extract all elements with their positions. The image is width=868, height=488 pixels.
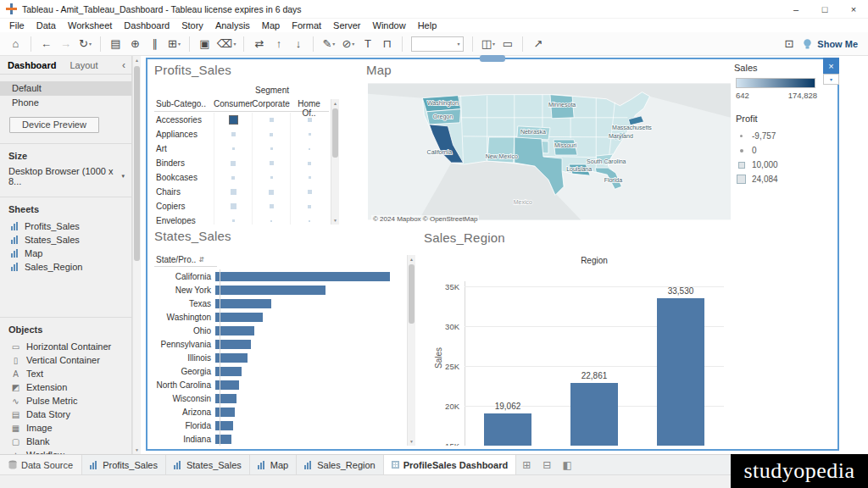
mark-square[interactable] — [230, 116, 237, 124]
highlight-icon[interactable]: ✎▾ — [320, 35, 337, 53]
sales-color-gradient[interactable] — [736, 78, 815, 88]
mark-square[interactable] — [270, 220, 272, 222]
drag-handle[interactable] — [480, 55, 505, 62]
subcategory-label[interactable]: Binders — [154, 158, 214, 168]
sheet-item-states_sales[interactable]: States_Sales — [0, 233, 131, 247]
mark-square[interactable] — [270, 133, 273, 136]
menu-dashboard[interactable]: Dashboard — [118, 20, 175, 30]
region-bar[interactable] — [657, 298, 704, 446]
object-item-blank[interactable]: ▢Blank — [0, 435, 131, 448]
menu-server[interactable]: Server — [327, 20, 366, 30]
home-icon[interactable]: ⌂ — [7, 35, 25, 53]
tab-data-source[interactable]: Data Source — [0, 455, 82, 474]
sales-bar[interactable] — [215, 394, 236, 403]
sales-bar[interactable] — [215, 272, 390, 281]
show-mark-labels-icon[interactable]: T — [359, 35, 376, 53]
scroll-up-icon[interactable]: ▲ — [408, 255, 415, 263]
sidebar-tab-layout[interactable]: Layout — [70, 60, 97, 70]
state-label[interactable]: Washington — [154, 313, 215, 322]
profit-legend-item[interactable]: 0 — [736, 143, 778, 158]
tab-profits_sales[interactable]: Profits_Sales — [82, 455, 166, 474]
state-label[interactable]: Georgia — [154, 367, 215, 376]
scrollbar-thumb[interactable] — [134, 66, 140, 261]
scroll-down-icon[interactable]: ▼ — [331, 216, 339, 225]
state-label[interactable]: Florida — [154, 421, 215, 430]
subcategory-label[interactable]: Envelopes — [154, 216, 214, 225]
states-scrollbar[interactable]: ▲ ▼ — [407, 255, 415, 446]
mark-square[interactable] — [309, 220, 310, 222]
sales-bar[interactable] — [215, 408, 235, 417]
menu-window[interactable]: Window — [367, 20, 412, 30]
fix-axes-icon[interactable]: ⊓ — [378, 35, 396, 53]
subcategory-label[interactable]: Accessories — [154, 115, 214, 125]
group-members-icon[interactable]: ⊘▾ — [339, 35, 357, 53]
segment-column-label[interactable]: Home Of.. — [290, 99, 328, 111]
menu-file[interactable]: File — [3, 20, 31, 30]
sales-bar[interactable] — [215, 299, 271, 308]
state-column-header[interactable]: State/Pro.. ⇵ — [154, 255, 217, 267]
scroll-down-icon[interactable]: ▼ — [133, 446, 141, 454]
object-item-vertical-container[interactable]: ▯Vertical Container — [0, 353, 131, 367]
object-item-data-story[interactable]: ▤Data Story — [0, 408, 131, 421]
profit-legend-item[interactable]: 10,000 — [736, 158, 778, 172]
save-icon[interactable]: ▤ — [107, 35, 125, 53]
mark-square[interactable] — [270, 147, 273, 150]
presentation-mode-icon[interactable]: ▭ — [498, 35, 516, 53]
mark-square[interactable] — [231, 189, 236, 195]
new-data-source-icon[interactable]: ⊕ — [126, 35, 144, 53]
state-label[interactable]: North Carolina — [154, 380, 215, 390]
us-map[interactable]: Washington Minnesota Oregon Massachusett… — [368, 83, 731, 220]
mark-square[interactable] — [232, 219, 235, 222]
menu-analysis[interactable]: Analysis — [209, 20, 256, 30]
sort-descending-icon[interactable]: ↓ — [289, 35, 307, 53]
subcategory-label[interactable]: Appliances — [154, 130, 214, 139]
sales-bar[interactable] — [215, 340, 251, 349]
new-story-button[interactable]: ◧ — [557, 455, 577, 474]
mark-square[interactable] — [232, 147, 235, 150]
forward-icon[interactable]: → — [57, 35, 75, 53]
mark-square[interactable] — [308, 205, 311, 208]
state-label[interactable]: Texas — [154, 299, 215, 308]
menu-worksheet[interactable]: Worksheet — [62, 20, 118, 30]
subcategory-label[interactable]: Chairs — [154, 187, 214, 197]
profits-scrollbar[interactable]: ▲ ▼ — [331, 99, 339, 225]
subcategory-label[interactable]: Copiers — [154, 202, 214, 211]
scrollbar-thumb[interactable] — [409, 264, 415, 324]
show-hide-cards-icon[interactable]: ◫▾ — [479, 35, 497, 53]
sheet-item-sales_region[interactable]: Sales_Region — [0, 260, 131, 274]
segment-column-label[interactable]: Corporate — [252, 99, 290, 111]
pause-auto-updates-icon[interactable]: ∥ — [146, 35, 164, 53]
sales-bar[interactable] — [215, 435, 231, 444]
profit-legend-item[interactable]: -9,757 — [736, 129, 778, 143]
menu-help[interactable]: Help — [412, 20, 443, 30]
sidebar-scrollbar[interactable]: ▲ ▼ — [132, 56, 141, 454]
object-item-horizontal-container[interactable]: ▭Horizontal Container — [0, 340, 131, 353]
state-label[interactable]: California — [154, 272, 215, 281]
row-header[interactable]: Sub-Catego.. — [154, 99, 214, 111]
sales-bar[interactable] — [215, 286, 326, 295]
new-worksheet-icon[interactable]: ⊞▾ — [165, 35, 183, 53]
object-item-image[interactable]: ▦Image — [0, 421, 131, 435]
scrollbar-thumb[interactable] — [332, 108, 338, 158]
sheet-item-map[interactable]: Map — [0, 247, 131, 260]
show-me-button[interactable]: Show Me — [802, 38, 861, 49]
format-workbook-icon[interactable]: ⊡ — [784, 37, 793, 50]
sales-bar[interactable] — [215, 421, 233, 430]
sidebar-tab-dashboard[interactable]: Dashboard — [8, 60, 56, 70]
tab-profilesales-dashboard[interactable]: ProfileSales Dashboard — [384, 455, 517, 474]
state-label[interactable]: Pennsylvania — [154, 340, 215, 349]
sales-bar[interactable] — [215, 326, 254, 336]
subcategory-label[interactable]: Bookcases — [154, 173, 214, 182]
state-label[interactable]: Ohio — [154, 326, 215, 336]
tab-sales_region[interactable]: Sales_Region — [297, 455, 384, 474]
mark-square[interactable] — [231, 203, 236, 209]
mark-square[interactable] — [231, 132, 236, 136]
region-bar[interactable] — [484, 413, 531, 446]
menu-story[interactable]: Story — [175, 20, 209, 30]
map-attribution[interactable]: © 2024 Mapbox © OpenStreetMap — [371, 215, 479, 223]
sheet-item-profits_sales[interactable]: Profits_Sales — [0, 219, 131, 233]
object-item-pulse-metric[interactable]: ∿Pulse Metric — [0, 394, 131, 408]
collapse-sidebar-icon[interactable]: ‹ — [116, 59, 131, 71]
mark-square[interactable] — [269, 190, 274, 195]
device-option-default[interactable]: Default — [0, 81, 131, 96]
